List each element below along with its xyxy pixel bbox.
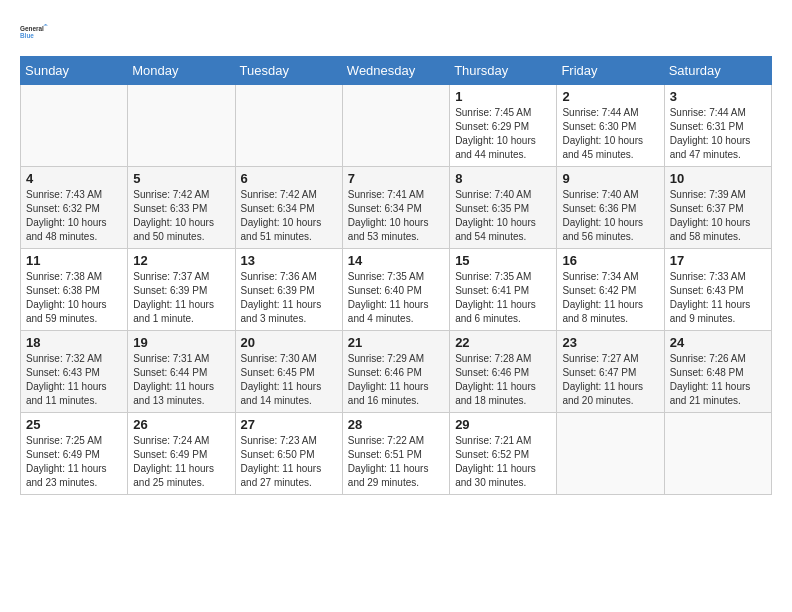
day-number: 24	[670, 335, 766, 350]
day-info: Sunrise: 7:31 AM Sunset: 6:44 PM Dayligh…	[133, 352, 229, 408]
day-number: 23	[562, 335, 658, 350]
calendar-table: SundayMondayTuesdayWednesdayThursdayFrid…	[20, 56, 772, 495]
calendar-cell: 18Sunrise: 7:32 AM Sunset: 6:43 PM Dayli…	[21, 331, 128, 413]
calendar-cell	[664, 413, 771, 495]
page-header: GeneralBlue	[20, 16, 772, 48]
calendar-cell	[21, 85, 128, 167]
day-number: 5	[133, 171, 229, 186]
calendar-cell: 27Sunrise: 7:23 AM Sunset: 6:50 PM Dayli…	[235, 413, 342, 495]
svg-marker-2	[43, 24, 48, 26]
calendar-cell: 24Sunrise: 7:26 AM Sunset: 6:48 PM Dayli…	[664, 331, 771, 413]
day-info: Sunrise: 7:22 AM Sunset: 6:51 PM Dayligh…	[348, 434, 444, 490]
weekday-header-monday: Monday	[128, 57, 235, 85]
weekday-header-wednesday: Wednesday	[342, 57, 449, 85]
day-info: Sunrise: 7:44 AM Sunset: 6:30 PM Dayligh…	[562, 106, 658, 162]
weekday-header-thursday: Thursday	[450, 57, 557, 85]
calendar-cell	[557, 413, 664, 495]
calendar-cell: 9Sunrise: 7:40 AM Sunset: 6:36 PM Daylig…	[557, 167, 664, 249]
day-number: 10	[670, 171, 766, 186]
calendar-header: SundayMondayTuesdayWednesdayThursdayFrid…	[21, 57, 772, 85]
day-info: Sunrise: 7:44 AM Sunset: 6:31 PM Dayligh…	[670, 106, 766, 162]
calendar-cell	[235, 85, 342, 167]
day-number: 22	[455, 335, 551, 350]
calendar-body: 1Sunrise: 7:45 AM Sunset: 6:29 PM Daylig…	[21, 85, 772, 495]
day-number: 4	[26, 171, 122, 186]
day-number: 25	[26, 417, 122, 432]
day-info: Sunrise: 7:42 AM Sunset: 6:33 PM Dayligh…	[133, 188, 229, 244]
day-info: Sunrise: 7:45 AM Sunset: 6:29 PM Dayligh…	[455, 106, 551, 162]
day-number: 18	[26, 335, 122, 350]
day-number: 2	[562, 89, 658, 104]
calendar-cell: 6Sunrise: 7:42 AM Sunset: 6:34 PM Daylig…	[235, 167, 342, 249]
day-number: 26	[133, 417, 229, 432]
day-info: Sunrise: 7:36 AM Sunset: 6:39 PM Dayligh…	[241, 270, 337, 326]
logo-icon: GeneralBlue	[20, 16, 52, 48]
calendar-cell: 11Sunrise: 7:38 AM Sunset: 6:38 PM Dayli…	[21, 249, 128, 331]
day-number: 9	[562, 171, 658, 186]
day-number: 20	[241, 335, 337, 350]
calendar-cell: 23Sunrise: 7:27 AM Sunset: 6:47 PM Dayli…	[557, 331, 664, 413]
day-number: 7	[348, 171, 444, 186]
svg-text:General: General	[20, 25, 44, 32]
calendar-cell	[342, 85, 449, 167]
day-info: Sunrise: 7:28 AM Sunset: 6:46 PM Dayligh…	[455, 352, 551, 408]
day-info: Sunrise: 7:25 AM Sunset: 6:49 PM Dayligh…	[26, 434, 122, 490]
day-info: Sunrise: 7:34 AM Sunset: 6:42 PM Dayligh…	[562, 270, 658, 326]
day-number: 3	[670, 89, 766, 104]
calendar-week-row: 4Sunrise: 7:43 AM Sunset: 6:32 PM Daylig…	[21, 167, 772, 249]
calendar-cell: 7Sunrise: 7:41 AM Sunset: 6:34 PM Daylig…	[342, 167, 449, 249]
day-number: 17	[670, 253, 766, 268]
day-info: Sunrise: 7:27 AM Sunset: 6:47 PM Dayligh…	[562, 352, 658, 408]
calendar-week-row: 18Sunrise: 7:32 AM Sunset: 6:43 PM Dayli…	[21, 331, 772, 413]
day-number: 6	[241, 171, 337, 186]
calendar-cell: 10Sunrise: 7:39 AM Sunset: 6:37 PM Dayli…	[664, 167, 771, 249]
day-number: 19	[133, 335, 229, 350]
calendar-cell: 29Sunrise: 7:21 AM Sunset: 6:52 PM Dayli…	[450, 413, 557, 495]
calendar-cell: 16Sunrise: 7:34 AM Sunset: 6:42 PM Dayli…	[557, 249, 664, 331]
calendar-week-row: 25Sunrise: 7:25 AM Sunset: 6:49 PM Dayli…	[21, 413, 772, 495]
calendar-cell: 21Sunrise: 7:29 AM Sunset: 6:46 PM Dayli…	[342, 331, 449, 413]
calendar-cell: 2Sunrise: 7:44 AM Sunset: 6:30 PM Daylig…	[557, 85, 664, 167]
calendar-cell: 8Sunrise: 7:40 AM Sunset: 6:35 PM Daylig…	[450, 167, 557, 249]
calendar-cell: 25Sunrise: 7:25 AM Sunset: 6:49 PM Dayli…	[21, 413, 128, 495]
day-info: Sunrise: 7:26 AM Sunset: 6:48 PM Dayligh…	[670, 352, 766, 408]
day-number: 15	[455, 253, 551, 268]
day-number: 13	[241, 253, 337, 268]
day-info: Sunrise: 7:21 AM Sunset: 6:52 PM Dayligh…	[455, 434, 551, 490]
calendar-cell: 19Sunrise: 7:31 AM Sunset: 6:44 PM Dayli…	[128, 331, 235, 413]
calendar-cell: 4Sunrise: 7:43 AM Sunset: 6:32 PM Daylig…	[21, 167, 128, 249]
day-info: Sunrise: 7:30 AM Sunset: 6:45 PM Dayligh…	[241, 352, 337, 408]
day-number: 29	[455, 417, 551, 432]
weekday-header-row: SundayMondayTuesdayWednesdayThursdayFrid…	[21, 57, 772, 85]
day-info: Sunrise: 7:32 AM Sunset: 6:43 PM Dayligh…	[26, 352, 122, 408]
day-info: Sunrise: 7:33 AM Sunset: 6:43 PM Dayligh…	[670, 270, 766, 326]
calendar-week-row: 1Sunrise: 7:45 AM Sunset: 6:29 PM Daylig…	[21, 85, 772, 167]
weekday-header-tuesday: Tuesday	[235, 57, 342, 85]
calendar-cell: 12Sunrise: 7:37 AM Sunset: 6:39 PM Dayli…	[128, 249, 235, 331]
calendar-cell: 1Sunrise: 7:45 AM Sunset: 6:29 PM Daylig…	[450, 85, 557, 167]
day-number: 11	[26, 253, 122, 268]
day-info: Sunrise: 7:43 AM Sunset: 6:32 PM Dayligh…	[26, 188, 122, 244]
weekday-header-friday: Friday	[557, 57, 664, 85]
day-info: Sunrise: 7:38 AM Sunset: 6:38 PM Dayligh…	[26, 270, 122, 326]
svg-text:Blue: Blue	[20, 32, 34, 39]
calendar-cell: 5Sunrise: 7:42 AM Sunset: 6:33 PM Daylig…	[128, 167, 235, 249]
day-info: Sunrise: 7:23 AM Sunset: 6:50 PM Dayligh…	[241, 434, 337, 490]
calendar-cell	[128, 85, 235, 167]
day-info: Sunrise: 7:39 AM Sunset: 6:37 PM Dayligh…	[670, 188, 766, 244]
day-info: Sunrise: 7:37 AM Sunset: 6:39 PM Dayligh…	[133, 270, 229, 326]
calendar-week-row: 11Sunrise: 7:38 AM Sunset: 6:38 PM Dayli…	[21, 249, 772, 331]
day-number: 21	[348, 335, 444, 350]
calendar-cell: 26Sunrise: 7:24 AM Sunset: 6:49 PM Dayli…	[128, 413, 235, 495]
logo: GeneralBlue	[20, 16, 52, 48]
day-number: 1	[455, 89, 551, 104]
day-info: Sunrise: 7:40 AM Sunset: 6:35 PM Dayligh…	[455, 188, 551, 244]
calendar-cell: 15Sunrise: 7:35 AM Sunset: 6:41 PM Dayli…	[450, 249, 557, 331]
day-number: 8	[455, 171, 551, 186]
calendar-cell: 22Sunrise: 7:28 AM Sunset: 6:46 PM Dayli…	[450, 331, 557, 413]
day-info: Sunrise: 7:29 AM Sunset: 6:46 PM Dayligh…	[348, 352, 444, 408]
day-number: 28	[348, 417, 444, 432]
day-info: Sunrise: 7:35 AM Sunset: 6:40 PM Dayligh…	[348, 270, 444, 326]
day-number: 14	[348, 253, 444, 268]
day-info: Sunrise: 7:42 AM Sunset: 6:34 PM Dayligh…	[241, 188, 337, 244]
